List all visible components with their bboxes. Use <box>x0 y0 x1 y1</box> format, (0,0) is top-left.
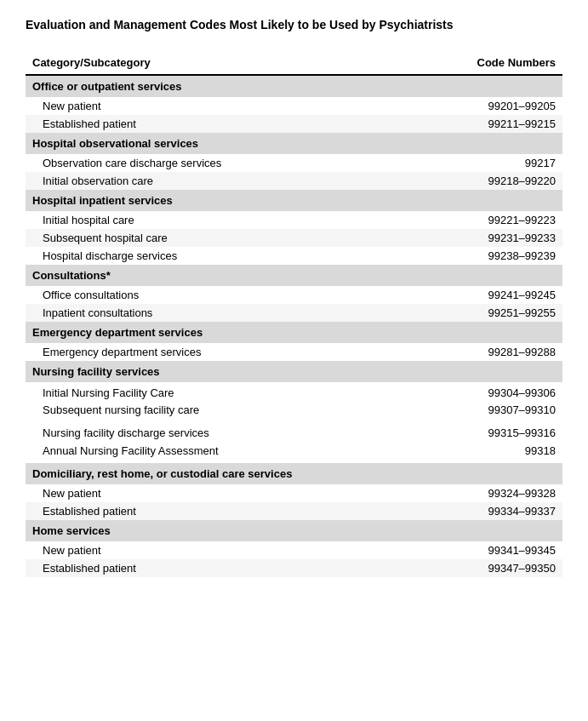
row-label: Nursing facility discharge servicesAnnua… <box>26 422 395 463</box>
category-row: Nursing facility services <box>26 361 562 382</box>
row-label: Hospital discharge services <box>26 247 395 265</box>
table-row: Observation care discharge services 9921… <box>26 154 562 172</box>
table-row: New patient 99201–99205 <box>26 97 562 115</box>
row-codes: 99324–99328 <box>395 484 562 502</box>
row-label: Initial Nursing Facility CareSubsequent … <box>26 382 395 423</box>
table-row-multi: Nursing facility discharge servicesAnnua… <box>26 422 562 463</box>
category-row: Hospital inpatient services <box>26 190 562 211</box>
row-codes: 99347–99350 <box>395 559 562 577</box>
row-label: Subsequent hospital care <box>26 229 395 247</box>
row-codes: 99241–99245 <box>395 286 562 304</box>
row-label: Inpatient consultations <box>26 304 395 322</box>
category-label: Consultations* <box>26 265 562 286</box>
header-codes: Code Numbers <box>395 51 562 75</box>
row-label: Emergency department services <box>26 343 395 361</box>
row-codes: 99251–99255 <box>395 304 562 322</box>
row-codes: 99218–99220 <box>395 172 562 190</box>
category-row: Office or outpatient services <box>26 75 562 97</box>
category-row: Hospital observational services <box>26 133 562 154</box>
row-codes: 99304–9930699307–99310 <box>395 382 562 423</box>
row-codes: 99334–99337 <box>395 502 562 520</box>
row-label: New patient <box>26 484 395 502</box>
row-codes: 99221–99223 <box>395 211 562 229</box>
table-row: Established patient 99334–99337 <box>26 502 562 520</box>
category-label: Hospital observational services <box>26 133 562 154</box>
row-label: Initial observation care <box>26 172 395 190</box>
table-row: Initial hospital care 99221–99223 <box>26 211 562 229</box>
row-label: Office consultations <box>26 286 395 304</box>
row-codes: 99238–99239 <box>395 247 562 265</box>
table-row: Inpatient consultations 99251–99255 <box>26 304 562 322</box>
table-row: Subsequent hospital care 99231–99233 <box>26 229 562 247</box>
table-row: Established patient 99347–99350 <box>26 559 562 577</box>
row-codes: 99201–99205 <box>395 97 562 115</box>
row-codes: 99281–99288 <box>395 343 562 361</box>
table-row: New patient 99341–99345 <box>26 541 562 559</box>
row-codes: 99217 <box>395 154 562 172</box>
table-row: Hospital discharge services 99238–99239 <box>26 247 562 265</box>
table-header: Category/Subcategory Code Numbers <box>26 51 562 75</box>
row-codes: 99231–99233 <box>395 229 562 247</box>
main-table: Category/Subcategory Code Numbers Office… <box>26 51 562 577</box>
header-category: Category/Subcategory <box>26 51 395 75</box>
row-label: New patient <box>26 541 395 559</box>
page-title: Evaluation and Management Codes Most Lik… <box>26 17 562 34</box>
row-codes: 99211–99215 <box>395 115 562 133</box>
row-codes: 99341–99345 <box>395 541 562 559</box>
row-codes: 99315–9931699318 <box>395 422 562 463</box>
category-row: Emergency department services <box>26 322 562 343</box>
category-row: Domiciliary, rest home, or custodial car… <box>26 463 562 484</box>
table-row: Initial observation care 99218–99220 <box>26 172 562 190</box>
row-label: Observation care discharge services <box>26 154 395 172</box>
category-label: Office or outpatient services <box>26 75 562 97</box>
category-row: Consultations* <box>26 265 562 286</box>
table-row: Established patient 99211–99215 <box>26 115 562 133</box>
table-row: New patient 99324–99328 <box>26 484 562 502</box>
category-label: Emergency department services <box>26 322 562 343</box>
table-row: Emergency department services 99281–9928… <box>26 343 562 361</box>
table-row: Office consultations 99241–99245 <box>26 286 562 304</box>
row-label: Established patient <box>26 559 395 577</box>
category-label: Domiciliary, rest home, or custodial car… <box>26 463 562 484</box>
row-label: Initial hospital care <box>26 211 395 229</box>
row-label: Established patient <box>26 115 395 133</box>
row-label: New patient <box>26 97 395 115</box>
row-label: Established patient <box>26 502 395 520</box>
category-row: Home services <box>26 520 562 541</box>
table-row-multi: Initial Nursing Facility CareSubsequent … <box>26 382 562 423</box>
category-label: Nursing facility services <box>26 361 562 382</box>
category-label: Hospital inpatient services <box>26 190 562 211</box>
category-label: Home services <box>26 520 562 541</box>
